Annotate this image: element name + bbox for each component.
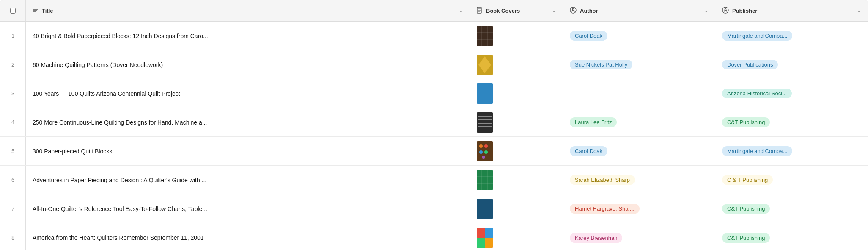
row-title: 300 Paper-pieced Quilt Blocks <box>26 137 470 165</box>
table-row[interactable]: 1 40 Bright & Bold Paperpieced Blocks: 1… <box>0 22 868 50</box>
row-number: 1 <box>0 22 26 50</box>
row-title: All-In-One Quilter's Reference Tool Easy… <box>26 194 470 223</box>
author-badge: Sarah Elizabeth Sharp <box>570 175 635 185</box>
row-author: Sue Nickels Pat Holly <box>563 50 715 79</box>
row-publisher: C&T Publishing <box>715 108 868 136</box>
row-number: 5 <box>0 137 26 165</box>
publisher-badge: Martingale and Compa... <box>722 146 792 156</box>
publisher-badge: C&T Publishing <box>722 233 770 243</box>
row-cover <box>470 194 563 223</box>
svg-rect-40 <box>485 238 493 248</box>
svg-rect-37 <box>477 228 485 238</box>
row-number: 7 <box>0 194 26 223</box>
row-publisher: Martingale and Compa... <box>715 22 868 50</box>
row-title: 60 Machine Quilting Patterns (Dover Need… <box>26 50 470 79</box>
row-author: Harriet Hargrave, Shar... <box>563 194 715 223</box>
row-cover <box>470 137 563 165</box>
row-publisher: C & T Publishing <box>715 166 868 194</box>
row-title: 40 Bright & Bold Paperpieced Blocks: 12 … <box>26 22 470 50</box>
table-header: Title ⌄ Book Covers ⌄ <box>0 0 868 22</box>
table-body: 1 40 Bright & Bold Paperpieced Blocks: 1… <box>0 22 868 250</box>
table-row[interactable]: 3 100 Years — 100 Quilts Arizona Centenn… <box>0 79 868 108</box>
header-publisher-label: Publisher <box>732 8 757 14</box>
svg-rect-30 <box>477 170 493 190</box>
table-row[interactable]: 2 60 Machine Quilting Patterns (Dover Ne… <box>0 50 868 79</box>
book-cover-thumbnail <box>477 26 493 46</box>
svg-point-27 <box>479 150 483 154</box>
title-chevron-icon[interactable]: ⌄ <box>459 8 463 14</box>
publisher-chevron-icon[interactable]: ⌄ <box>857 8 861 14</box>
title-sort-icon <box>33 8 38 14</box>
book-cover-thumbnail <box>477 112 493 133</box>
row-cover <box>470 108 563 136</box>
row-author <box>563 79 715 108</box>
row-title: Adventures in Paper Piecing and Design :… <box>26 166 470 194</box>
table-row[interactable]: 5 300 Paper-pieced Quilt Blocks Carol Do… <box>0 137 868 166</box>
author-badge: Karey Bresenhan <box>570 233 622 243</box>
main-table: Title ⌄ Book Covers ⌄ <box>0 0 868 250</box>
row-publisher: C&T Publishing <box>715 223 868 250</box>
row-cover <box>470 223 563 250</box>
publisher-badge: Dover Publications <box>722 60 778 69</box>
header-title-col[interactable]: Title ⌄ <box>26 0 470 21</box>
row-publisher: Arizona Historical Soci... <box>715 79 868 108</box>
row-title: America from the Heart: Quilters Remembe… <box>26 223 470 250</box>
author-badge: Laura Lee Fritz <box>570 117 617 127</box>
svg-point-25 <box>479 144 483 148</box>
svg-rect-39 <box>477 238 485 248</box>
covers-chevron-icon[interactable]: ⌄ <box>552 8 556 14</box>
book-cover-thumbnail <box>477 199 493 219</box>
header-cover-col[interactable]: Book Covers ⌄ <box>470 0 563 21</box>
select-all-checkbox[interactable] <box>10 8 16 14</box>
table-row[interactable]: 4 250 More Continuous-Line Quilting Desi… <box>0 108 868 137</box>
row-number: 2 <box>0 50 26 79</box>
publisher-badge: Arizona Historical Soci... <box>722 89 792 98</box>
row-author: Karey Bresenhan <box>563 223 715 250</box>
publisher-badge: Martingale and Compa... <box>722 31 792 41</box>
header-author-col[interactable]: Author ⌄ <box>563 0 715 21</box>
svg-point-10 <box>725 8 726 10</box>
row-author: Carol Doak <box>563 22 715 50</box>
author-chevron-icon[interactable]: ⌄ <box>704 8 708 14</box>
svg-rect-35 <box>477 199 493 219</box>
table-row[interactable]: 6 Adventures in Paper Piecing and Design… <box>0 166 868 194</box>
svg-point-26 <box>484 144 488 148</box>
svg-point-28 <box>484 150 488 154</box>
author-circle-icon <box>570 7 577 15</box>
book-cover-thumbnail <box>477 83 493 104</box>
svg-rect-18 <box>477 83 493 104</box>
book-cover-thumbnail <box>477 55 493 75</box>
header-title-label: Title <box>42 8 53 14</box>
row-title: 100 Years — 100 Quilts Arizona Centennia… <box>26 79 470 108</box>
cover-doc-icon <box>477 7 483 15</box>
row-number: 8 <box>0 223 26 250</box>
row-cover <box>470 22 563 50</box>
row-author: Laura Lee Fritz <box>563 108 715 136</box>
author-badge: Carol Doak <box>570 31 607 41</box>
row-cover <box>470 50 563 79</box>
row-author: Sarah Elizabeth Sharp <box>563 166 715 194</box>
row-cover <box>470 79 563 108</box>
row-publisher: Martingale and Compa... <box>715 137 868 165</box>
header-publisher-col[interactable]: Publisher ⌄ <box>715 0 868 21</box>
row-cover <box>470 166 563 194</box>
publisher-badge: C&T Publishing <box>722 204 770 214</box>
row-number: 6 <box>0 166 26 194</box>
header-checkbox-col[interactable] <box>0 0 26 21</box>
row-author: Carol Doak <box>563 137 715 165</box>
book-cover-thumbnail <box>477 141 493 161</box>
row-number: 3 <box>0 79 26 108</box>
header-author-label: Author <box>580 8 598 14</box>
svg-point-8 <box>572 8 574 10</box>
publisher-badge: C&T Publishing <box>722 117 770 127</box>
row-publisher: Dover Publications <box>715 50 868 79</box>
table-row[interactable]: 7 All-In-One Quilter's Reference Tool Ea… <box>0 194 868 223</box>
svg-point-29 <box>482 156 485 159</box>
author-badge: Sue Nickels Pat Holly <box>570 60 632 69</box>
table-row[interactable]: 8 America from the Heart: Quilters Remem… <box>0 223 868 250</box>
book-cover-thumbnail <box>477 228 493 248</box>
svg-rect-38 <box>485 228 493 238</box>
author-badge: Harriet Hargrave, Shar... <box>570 204 640 214</box>
publisher-badge: C & T Publishing <box>722 175 773 185</box>
book-cover-thumbnail <box>477 170 493 190</box>
